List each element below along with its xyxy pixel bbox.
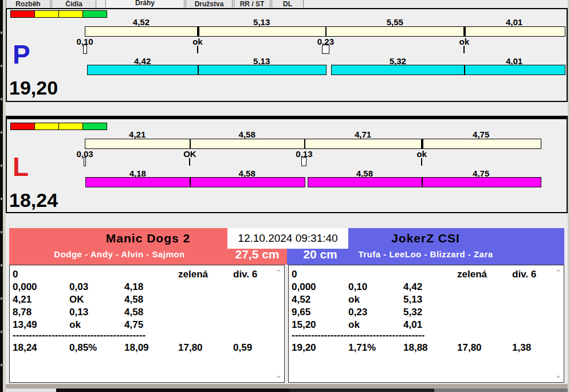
dock-tick xyxy=(1,98,2,100)
split-labels-top: 4,525,135,554,01 xyxy=(85,17,566,25)
split-row: 4,52ok5,13 xyxy=(292,293,552,306)
table-cell: 1,71% xyxy=(348,342,403,354)
segment-separator xyxy=(304,139,305,148)
datetime-stamp: 12.10.2024 09:31:40 xyxy=(227,228,348,249)
table-cell: 0,59 xyxy=(233,342,273,354)
tab-rr-st[interactable]: RR / ST xyxy=(234,0,270,7)
table-cell: 0,23 xyxy=(348,306,403,319)
divider-row: ----------------------------------------… xyxy=(13,331,179,339)
split-time-label: 5,55 xyxy=(325,17,464,27)
fault-markers xyxy=(85,157,566,168)
tab-rozb-h[interactable]: Rozběh xyxy=(6,0,50,7)
fault-labels: 0,03OK0,13ok xyxy=(85,149,566,157)
scroll-up-icon[interactable]: ⌃ xyxy=(275,269,282,276)
status-light xyxy=(10,123,35,130)
dock-tick xyxy=(1,198,2,200)
table-cell: div. 6 xyxy=(233,268,273,281)
scroll-up-icon[interactable]: ⌃ xyxy=(555,269,562,276)
result-table-left[interactable]: 0zelenádiv. 60,0000,034,184,21OK4,588,78… xyxy=(9,265,285,383)
scroll-down-icon[interactable]: ⌄ xyxy=(555,371,562,379)
segment-separator xyxy=(325,27,327,36)
background-window-sliver xyxy=(0,389,570,392)
fault-box-marker xyxy=(84,157,86,166)
split-row: 0,0000,104,42 xyxy=(292,281,552,293)
split-row: 4,21OK4,58 xyxy=(13,293,273,306)
divider-row: ----------------------------------------… xyxy=(292,331,458,339)
dock-tick xyxy=(1,331,2,333)
status-light xyxy=(34,10,59,18)
split-time-label: 4,75 xyxy=(422,130,540,139)
table-cell: 0,000 xyxy=(292,281,348,293)
table-cell: 0,000 xyxy=(13,281,69,293)
segment-separator xyxy=(190,139,191,148)
lane-total-time: 18,24 xyxy=(9,189,58,211)
status-row: 0zelenádiv. 6 xyxy=(292,268,552,281)
table-cell: 4,58 xyxy=(124,306,178,319)
table-cell: 4,01 xyxy=(403,319,457,331)
lane-letter: P xyxy=(13,41,30,68)
table-cell: ok xyxy=(69,319,124,331)
segment-separator xyxy=(190,178,191,187)
result-rows: 0zelenádiv. 60,0000,034,184,21OK4,588,78… xyxy=(13,268,273,354)
result-table-right[interactable]: 0zelenádiv. 60,0000,104,424,52ok5,139,65… xyxy=(288,265,564,383)
table-cell: 19,20 xyxy=(292,342,348,354)
split-labels-bottom: 4,184,584,584,75 xyxy=(85,168,566,177)
split-time-label: 4,52 xyxy=(85,17,198,27)
tab-bar: RozběhČidlaDráhyDružstvaRR / STDL xyxy=(6,0,567,7)
lane-panel-l: L 4,214,584,714,75 0,03OK0,13ok 4,184,58… xyxy=(6,116,568,213)
split-time-label: 5,13 xyxy=(198,17,326,27)
table-cell: 4,52 xyxy=(292,293,348,306)
tab-dr-hy[interactable]: Dráhy xyxy=(105,0,184,7)
run-segment-group xyxy=(87,65,327,75)
background-window-fragment xyxy=(289,389,434,392)
table-cell: 18,09 xyxy=(124,342,178,354)
table-cell: 4,75 xyxy=(124,319,178,331)
background-window-fragment xyxy=(434,389,570,392)
segment-separator xyxy=(421,139,423,148)
lane-timing-bars: 4,525,135,554,01 0,10ok0,23ok 4,425,135,… xyxy=(85,9,566,101)
tab-dl[interactable]: DL xyxy=(272,0,304,7)
totals-row: 18,240,85%18,0917,800,59 xyxy=(13,342,273,354)
status-light xyxy=(58,10,83,18)
ok-tick-marker xyxy=(197,46,198,53)
split-row: 8,780,134,58 xyxy=(13,306,273,319)
team-dogs: Dodge - Andy - Alvin - Sajmon xyxy=(9,249,230,259)
fault-markers xyxy=(85,45,566,56)
table-cell: 5,32 xyxy=(403,306,457,319)
run-segment-group xyxy=(85,177,305,187)
result-rows: 0zelenádiv. 60,0000,104,424,52ok5,139,65… xyxy=(292,268,552,354)
table-cell: 13,49 xyxy=(13,319,69,331)
jump-height: 20 cm xyxy=(292,248,349,261)
jump-height: 27,5 cm xyxy=(229,248,286,261)
split-row: 15,20ok4,01 xyxy=(292,319,552,331)
table-cell: 4,21 xyxy=(13,293,69,306)
fault-box-marker xyxy=(83,45,87,54)
fault-box-marker xyxy=(322,45,329,54)
table-cell: 5,13 xyxy=(403,293,457,306)
ok-tick-marker xyxy=(463,46,465,53)
table-cell: 4,58 xyxy=(124,293,178,306)
table-cell: div. 6 xyxy=(512,268,552,281)
lane-letter: L xyxy=(13,154,29,180)
run-segment-group xyxy=(331,65,565,75)
tab--idla[interactable]: Čidla xyxy=(52,0,96,7)
table-cell: ok xyxy=(348,293,403,306)
table-cell: 1,38 xyxy=(512,342,552,354)
table-cell: 0 xyxy=(292,268,348,281)
table-cell: 4,18 xyxy=(124,281,178,293)
table-cell: 8,78 xyxy=(13,306,69,319)
totals-row: 19,201,71%18,8817,801,38 xyxy=(292,342,552,354)
window-left-edge xyxy=(3,0,6,392)
segment-separator xyxy=(464,65,465,75)
table-cell: 17,80 xyxy=(178,342,233,354)
status-light xyxy=(10,10,35,18)
scroll-down-icon[interactable]: ⌄ xyxy=(275,371,282,379)
dock-tick xyxy=(1,231,2,233)
tab-dru-stva[interactable]: Družstva xyxy=(186,0,233,7)
window-right-edge xyxy=(568,0,570,392)
table-cell: 4,42 xyxy=(403,281,457,293)
ok-tick-marker xyxy=(421,158,422,166)
status-row: 0zelenádiv. 6 xyxy=(13,268,273,281)
table-cell: 15,20 xyxy=(292,319,348,331)
reference-time-bar xyxy=(85,139,541,149)
